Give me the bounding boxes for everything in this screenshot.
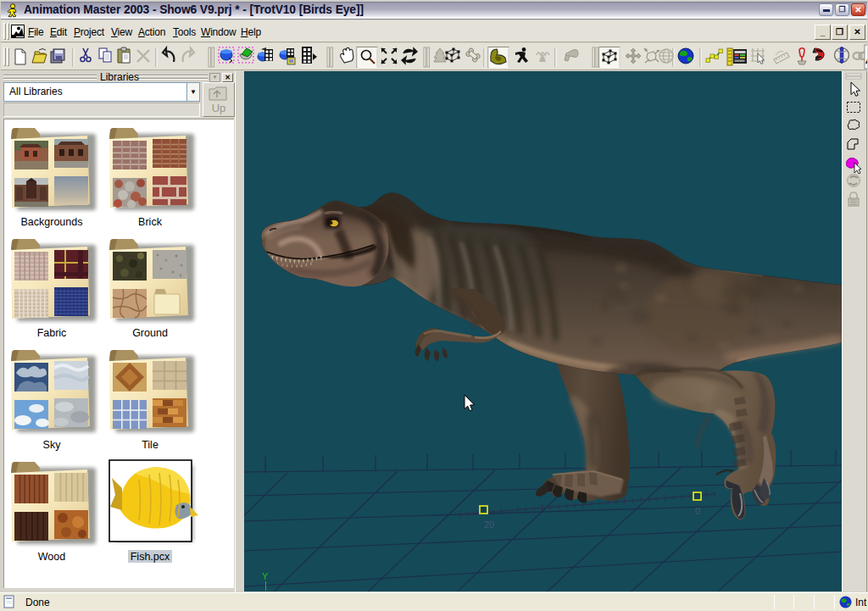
svg-text:Ground: Ground (132, 327, 168, 339)
svg-text:Sky: Sky (43, 439, 62, 451)
svg-text:0: 0 (695, 506, 700, 516)
svg-text:Fabric: Fabric (37, 327, 67, 339)
svg-text:Y: Y (262, 571, 269, 581)
svg-text:Wood: Wood (38, 551, 65, 563)
svg-text:Backgrounds: Backgrounds (21, 216, 83, 228)
svg-text:A: A (865, 50, 867, 67)
svg-text:20: 20 (484, 519, 494, 530)
svg-text:Brick: Brick (138, 216, 163, 228)
svg-text:Fish.pcx: Fish.pcx (131, 551, 170, 563)
svg-text:Tile: Tile (142, 439, 159, 451)
